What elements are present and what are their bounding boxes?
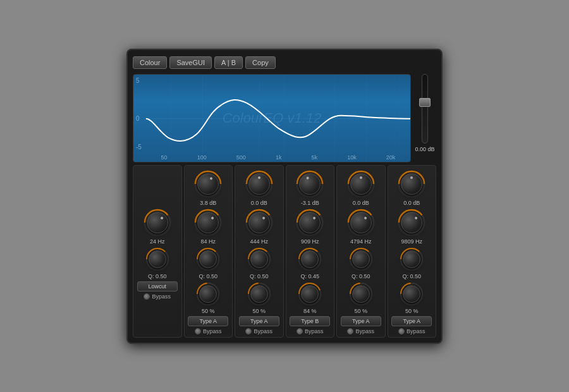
q-knob-6[interactable] <box>403 250 420 268</box>
freq-knob-wrapper-6[interactable] <box>397 208 426 237</box>
q-knob-container-5: Q: 0.50 <box>348 247 374 279</box>
bypass-led-5[interactable] <box>347 328 353 334</box>
freq-knob-3[interactable] <box>248 212 270 233</box>
q-value-4: Q: 0.45 <box>300 273 319 279</box>
q-knob-wrapper-5[interactable] <box>348 247 374 272</box>
eq-curve-svg <box>133 75 410 162</box>
q-knob-1[interactable] <box>149 250 166 268</box>
bypass-row-2: Bypass <box>195 328 222 334</box>
bypass-led-3[interactable] <box>245 328 252 334</box>
copy-button[interactable]: Copy <box>245 56 276 69</box>
freq-knob-wrapper-2[interactable] <box>193 208 223 237</box>
eq-display[interactable]: 5 0 -5 ColourEQ v1.12 50 100 <box>133 74 411 162</box>
bypass-led-1[interactable] <box>144 293 150 300</box>
type-button-1[interactable]: Lowcut <box>137 281 178 291</box>
slope-knob-wrapper-6[interactable] <box>399 281 424 307</box>
slope-knob-container-5: 50 % <box>348 281 374 314</box>
q-knob-wrapper-2[interactable] <box>195 247 221 272</box>
gain-knob-3[interactable] <box>248 173 270 195</box>
type-button-4[interactable]: Type B <box>290 316 330 326</box>
gain-knob-container-6: 0.0 dB <box>397 169 426 206</box>
freq-knob-6[interactable] <box>401 212 422 233</box>
slope-knob-4[interactable] <box>301 285 319 303</box>
type-button-3[interactable]: Type A <box>239 316 279 326</box>
slope-knob-container-3: 50 % <box>247 281 272 314</box>
slope-knob-wrapper-5[interactable] <box>348 281 374 307</box>
fader-thumb[interactable] <box>419 98 431 107</box>
fader-value: 0.00 dB <box>415 146 434 152</box>
bypass-row-6: Bypass <box>398 328 425 334</box>
slope-value-2: 50 % <box>202 308 215 314</box>
freq-knob-4[interactable] <box>299 212 321 233</box>
type-button-5[interactable]: Type A <box>341 316 381 326</box>
q-value-1: Q: 0.50 <box>148 273 167 279</box>
q-knob-wrapper-3[interactable] <box>247 247 272 272</box>
freq-knob-1[interactable] <box>147 212 168 233</box>
gain-knob-wrapper-3[interactable] <box>245 169 274 199</box>
q-knob-4[interactable] <box>301 250 319 268</box>
q-knob-wrapper-4[interactable] <box>297 247 322 272</box>
bypass-row-3: Bypass <box>245 328 272 334</box>
bypass-led-2[interactable] <box>195 328 201 334</box>
type-button-6[interactable]: Type A <box>391 316 432 326</box>
slope-knob-2[interactable] <box>199 285 217 303</box>
gain-knob-6[interactable] <box>401 173 422 195</box>
type-button-2[interactable]: Type A <box>188 316 228 326</box>
slope-value-3: 50 % <box>252 308 266 314</box>
q-value-6: Q: 0.50 <box>402 273 421 279</box>
channel-2: 3.8 dB 84 Hz <box>184 165 233 338</box>
slope-knob-wrapper-3[interactable] <box>247 281 272 307</box>
gain-knob-5[interactable] <box>350 173 372 195</box>
bypass-row-4: Bypass <box>297 328 324 334</box>
freq-knob-5[interactable] <box>350 212 372 233</box>
channel-6: 0.0 dB 9809 Hz <box>388 165 437 338</box>
gain-knob-wrapper-4[interactable] <box>295 169 324 199</box>
toolbar: Colour SaveGUI A | B Copy <box>133 55 436 70</box>
gain-knob-container-2: 3.8 dB <box>193 169 223 206</box>
slope-knob-wrapper-4[interactable] <box>297 281 322 307</box>
fader-track[interactable] <box>422 74 428 144</box>
channel-5: 0.0 dB 4794 Hz <box>336 165 386 338</box>
gain-knob-wrapper-6[interactable] <box>397 169 426 199</box>
q-knob-wrapper-6[interactable] <box>399 247 424 272</box>
savegui-button[interactable]: SaveGUI <box>169 56 212 69</box>
freq-knob-container-5: 4794 Hz <box>346 208 376 245</box>
q-value-2: Q: 0.50 <box>199 273 217 279</box>
q-knob-2[interactable] <box>199 250 217 268</box>
gain-knob-4[interactable] <box>299 173 321 195</box>
q-knob-wrapper-1[interactable] <box>145 247 170 272</box>
gain-knob-wrapper-5[interactable] <box>346 169 376 199</box>
freq-knob-wrapper-1[interactable] <box>143 208 172 237</box>
q-value-3: Q: 0.50 <box>250 273 269 279</box>
freq-knob-container-6: 9809 Hz <box>397 208 426 245</box>
freq-knob-wrapper-5[interactable] <box>346 208 376 237</box>
bypass-row-1: Bypass <box>144 293 171 300</box>
freq-knob-wrapper-4[interactable] <box>295 208 324 237</box>
q-knob-container-4: Q: 0.45 <box>297 247 322 279</box>
slope-knob-5[interactable] <box>352 285 370 303</box>
channels-row: 24 Hz Q: 0.50 Lowcut Bypass <box>133 165 436 338</box>
q-knob-container-1: Q: 0.50 <box>145 247 170 279</box>
gain-value-3: 0.0 dB <box>251 200 267 206</box>
gain-knob-wrapper-2[interactable] <box>193 169 223 199</box>
slope-knob-wrapper-2[interactable] <box>195 281 221 307</box>
q-knob-5[interactable] <box>352 250 370 268</box>
freq-knob-2[interactable] <box>197 212 219 233</box>
gain-knob-2[interactable] <box>197 173 219 195</box>
channel-4: -3.1 dB 909 Hz <box>286 165 335 338</box>
gain-value-5: 0.0 dB <box>353 200 369 206</box>
bypass-led-6[interactable] <box>398 328 405 334</box>
slope-knob-6[interactable] <box>403 285 420 303</box>
slope-knob-3[interactable] <box>250 285 268 303</box>
bypass-label-3: Bypass <box>254 328 272 334</box>
bypass-led-4[interactable] <box>297 328 303 334</box>
ab-button[interactable]: A | B <box>214 56 243 69</box>
colour-button[interactable]: Colour <box>133 56 167 69</box>
eq-freq-labels: 50 100 500 1k 5k 10k 20k <box>146 154 410 161</box>
freq-knob-wrapper-3[interactable] <box>245 208 274 237</box>
freq-value-2: 84 Hz <box>200 238 216 245</box>
freq-value-3: 444 Hz <box>250 238 268 245</box>
q-knob-3[interactable] <box>250 250 268 268</box>
freq-knob-container-3: 444 Hz <box>245 208 274 245</box>
q-knob-container-3: Q: 0.50 <box>247 247 272 279</box>
